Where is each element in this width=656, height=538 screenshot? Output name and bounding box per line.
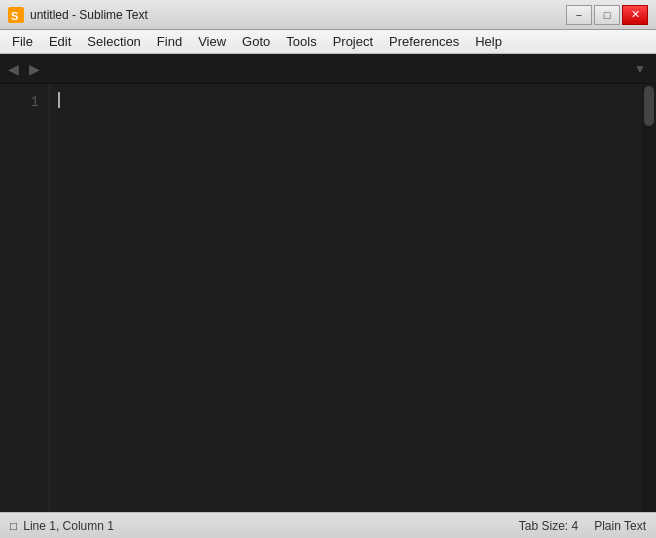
menu-view[interactable]: View xyxy=(190,30,234,53)
menu-tools[interactable]: Tools xyxy=(278,30,324,53)
maximize-button[interactable]: □ xyxy=(594,5,620,25)
close-button[interactable]: ✕ xyxy=(622,5,648,25)
tab-dropdown[interactable]: ▼ xyxy=(628,60,652,78)
title-bar: S untitled - Sublime Text − □ ✕ xyxy=(0,0,656,30)
tab-size[interactable]: Tab Size: 4 xyxy=(519,519,578,533)
svg-text:S: S xyxy=(11,10,18,22)
menu-bar: File Edit Selection Find View Goto Tools… xyxy=(0,30,656,54)
menu-edit[interactable]: Edit xyxy=(41,30,79,53)
menu-file[interactable]: File xyxy=(4,30,41,53)
line-number-1: 1 xyxy=(0,92,49,112)
file-icon: □ xyxy=(10,519,17,533)
status-right: Tab Size: 4 Plain Text xyxy=(519,519,646,533)
text-cursor xyxy=(58,92,60,108)
minimize-button[interactable]: − xyxy=(566,5,592,25)
status-left: □ Line 1, Column 1 xyxy=(10,519,114,533)
code-editor[interactable] xyxy=(50,84,642,512)
tab-navigation: ◀ ▶ xyxy=(4,59,44,79)
tab-bar: ◀ ▶ ▼ xyxy=(0,54,656,84)
menu-goto[interactable]: Goto xyxy=(234,30,278,53)
window-controls: − □ ✕ xyxy=(566,5,648,25)
tab-right-arrow[interactable]: ▶ xyxy=(25,59,44,79)
app-icon: S xyxy=(8,7,24,23)
menu-preferences[interactable]: Preferences xyxy=(381,30,467,53)
syntax-mode[interactable]: Plain Text xyxy=(594,519,646,533)
menu-selection[interactable]: Selection xyxy=(79,30,148,53)
menu-project[interactable]: Project xyxy=(325,30,381,53)
scrollbar-track[interactable] xyxy=(642,84,656,512)
tab-left-arrow[interactable]: ◀ xyxy=(4,59,23,79)
cursor-position: Line 1, Column 1 xyxy=(23,519,114,533)
status-bar: □ Line 1, Column 1 Tab Size: 4 Plain Tex… xyxy=(0,512,656,538)
window-title: untitled - Sublime Text xyxy=(30,8,148,22)
editor-area: 1 xyxy=(0,84,656,512)
menu-find[interactable]: Find xyxy=(149,30,190,53)
line-numbers: 1 xyxy=(0,84,50,512)
menu-help[interactable]: Help xyxy=(467,30,510,53)
scrollbar-thumb[interactable] xyxy=(644,86,654,126)
